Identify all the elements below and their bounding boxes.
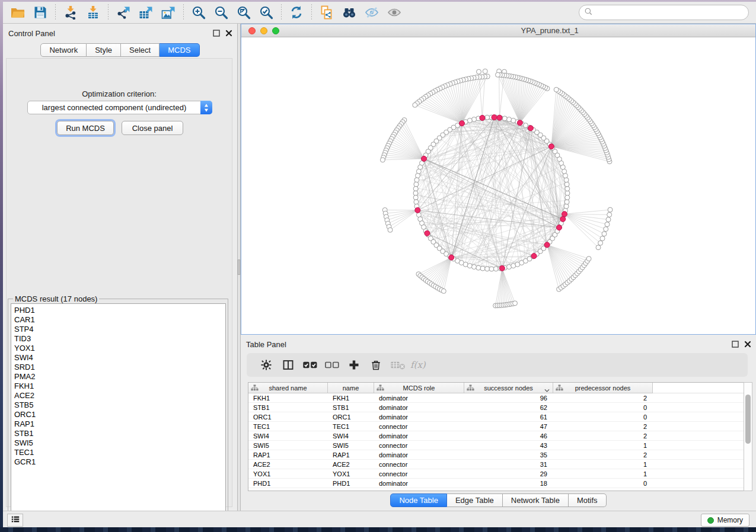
tab-motifs[interactable]: Motifs: [569, 493, 607, 507]
table-row[interactable]: YOX1YOX1connector291: [248, 469, 748, 479]
table-cell: 18: [464, 479, 553, 488]
table-cell: TEC1: [328, 422, 374, 431]
mcds-result-list[interactable]: PHD1CAR1STP4TID3YOX1SWI4SRD1PMA2FKH1ACE2…: [11, 303, 226, 518]
table-scrollbar-thumb[interactable]: [745, 395, 751, 444]
column-header-MCDS-role[interactable]: MCDS role: [374, 383, 464, 393]
result-node-item[interactable]: STB5: [14, 400, 225, 410]
tab-network[interactable]: Network: [40, 43, 87, 57]
table-row[interactable]: FKH1FKH1dominator962: [248, 393, 748, 403]
result-node-item[interactable]: STP4: [14, 325, 225, 334]
close-window-icon[interactable]: [248, 27, 256, 34]
memory-status-icon: [707, 517, 714, 524]
tab-mcds[interactable]: MCDS: [160, 43, 199, 57]
result-node-item[interactable]: TEC1: [14, 448, 225, 457]
tab-select[interactable]: Select: [121, 43, 160, 57]
network-canvas[interactable]: [241, 37, 755, 334]
criterion-dropdown[interactable]: largest connected component (undirected): [27, 101, 212, 114]
result-node-item[interactable]: GCR1: [14, 457, 225, 467]
table-row[interactable]: RAP1RAP1dominator352: [248, 450, 748, 460]
table-scrollbar[interactable]: [744, 382, 752, 491]
result-node-item[interactable]: SWI5: [14, 438, 225, 448]
close-panel-button[interactable]: Close panel: [122, 121, 183, 135]
function-builder-button: f(x): [409, 356, 430, 374]
search-icon: [584, 7, 596, 18]
result-node-item[interactable]: PHD1: [14, 306, 225, 315]
column-type-icon: [251, 384, 259, 391]
tab-node-table[interactable]: Node Table: [390, 493, 447, 507]
deselect-all-button[interactable]: [321, 356, 343, 374]
toolbar-separator: [183, 4, 184, 21]
column-header-name[interactable]: name: [328, 383, 374, 393]
table-row[interactable]: SWI5SWI5connector431: [248, 441, 748, 450]
table-cell: 1: [553, 441, 653, 450]
table-cell: 1: [553, 469, 653, 478]
hide-selected-button[interactable]: [361, 4, 383, 21]
zoom-out-button[interactable]: [210, 4, 232, 21]
table-cell: SWI4: [248, 431, 328, 440]
float-table-panel-icon[interactable]: [731, 341, 739, 348]
toolbar-separator: [281, 4, 282, 21]
table-cell: SWI4: [328, 431, 374, 440]
tab-network-table[interactable]: Network Table: [503, 493, 569, 507]
result-node-item[interactable]: STB1: [14, 429, 225, 438]
result-node-item[interactable]: ACE2: [14, 391, 225, 400]
table-row[interactable]: ACE2ACE2connector311: [248, 460, 748, 469]
export-table-button[interactable]: [135, 4, 157, 21]
table-panel-header: Table Panel: [241, 338, 756, 351]
search-box[interactable]: [579, 5, 749, 20]
run-mcds-button[interactable]: Run MCDS: [57, 121, 114, 135]
result-node-item[interactable]: SRD1: [14, 363, 225, 372]
create-column-button[interactable]: [343, 356, 365, 374]
network-graph[interactable]: [241, 37, 755, 334]
show-panels-button[interactable]: [7, 514, 23, 527]
result-node-item[interactable]: RAP1: [14, 419, 225, 429]
minimize-window-icon[interactable]: [260, 27, 267, 34]
import-table-button[interactable]: [82, 4, 104, 21]
result-node-item[interactable]: SWI4: [14, 353, 225, 363]
export-network-button[interactable]: [112, 4, 135, 21]
sort-down-icon: [544, 386, 550, 390]
column-header-shared-name[interactable]: shared name: [248, 383, 328, 393]
table-row[interactable]: TEC1TEC1connector472: [248, 422, 748, 431]
table-panel-tabs: Node TableEdge TableNetwork TableMotifs: [241, 493, 756, 507]
zoom-fit-button[interactable]: [232, 4, 255, 21]
close-table-panel-icon[interactable]: [744, 341, 751, 348]
result-node-item[interactable]: CAR1: [14, 315, 225, 325]
save-session-button[interactable]: [29, 4, 52, 21]
result-node-item[interactable]: ORC1: [14, 410, 225, 419]
tab-style[interactable]: Style: [87, 43, 121, 57]
table-row[interactable]: PHD1PHD1dominator180: [248, 479, 748, 488]
network-window-titlebar[interactable]: YPA_prune.txt_1: [241, 24, 755, 37]
zoom-selected-button[interactable]: [255, 4, 277, 21]
result-node-item[interactable]: YOX1: [14, 344, 225, 353]
delete-columns-button[interactable]: [365, 356, 387, 374]
column-label: predecessor nodes: [575, 384, 631, 392]
maximize-window-icon[interactable]: [272, 27, 279, 34]
duplicate-network-button[interactable]: [315, 4, 338, 21]
mcds-panel: Optimization criterion: largest connecte…: [6, 58, 232, 507]
select-all-button[interactable]: [299, 356, 321, 374]
table-row[interactable]: ORC1ORC1dominator610: [248, 412, 748, 422]
close-panel-icon[interactable]: [225, 30, 232, 37]
open-file-button[interactable]: [7, 4, 29, 21]
table-row[interactable]: STB1STB1dominator620: [248, 403, 748, 412]
show-columns-button[interactable]: [277, 356, 299, 374]
tab-edge-table[interactable]: Edge Table: [447, 493, 503, 507]
column-header-predecessor-nodes[interactable]: predecessor nodes: [553, 383, 653, 393]
table-row[interactable]: SWI4SWI4dominator462: [248, 431, 748, 441]
column-header-successor-nodes[interactable]: successor nodes: [464, 383, 553, 393]
refresh-button[interactable]: [285, 4, 308, 21]
splitter-handle[interactable]: [238, 259, 240, 275]
float-panel-icon[interactable]: [212, 30, 220, 37]
table-mode-button[interactable]: [255, 356, 277, 374]
result-node-item[interactable]: TID3: [14, 334, 225, 344]
zoom-in-button[interactable]: [187, 4, 210, 21]
export-image-button[interactable]: [157, 4, 180, 21]
search-input[interactable]: [596, 8, 744, 17]
import-network-button[interactable]: [59, 4, 82, 21]
result-node-item[interactable]: PMA2: [14, 372, 225, 382]
result-node-item[interactable]: FKH1: [14, 382, 225, 391]
memory-button[interactable]: Memory: [701, 514, 749, 527]
find-button[interactable]: [338, 4, 361, 21]
show-all-button[interactable]: [383, 4, 406, 21]
